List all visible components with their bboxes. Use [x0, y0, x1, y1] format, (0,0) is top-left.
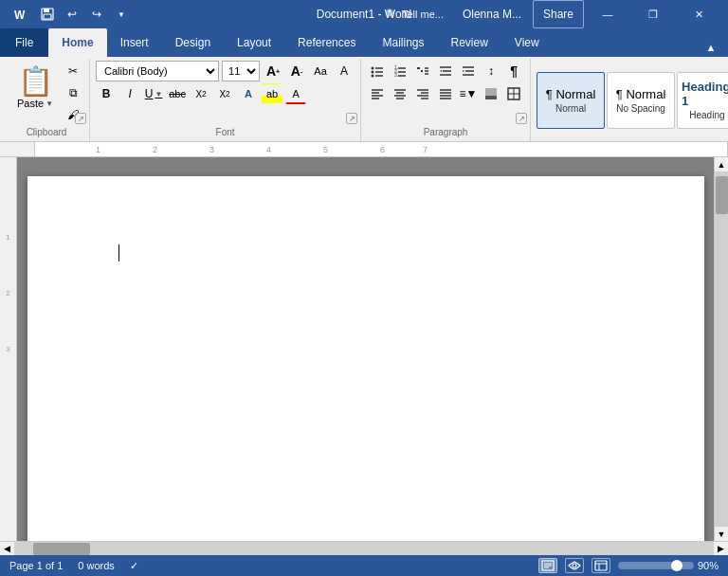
text-effects-button[interactable]: A: [238, 83, 259, 104]
scroll-up-arrow[interactable]: ▲: [715, 157, 729, 171]
customize-quick-access-button[interactable]: ▼: [110, 3, 133, 26]
font-name-select[interactable]: Calibri (Body): [96, 61, 219, 81]
grow-font-button[interactable]: A+: [263, 61, 283, 81]
scroll-thumb[interactable]: [716, 176, 728, 214]
tab-home[interactable]: Home: [48, 28, 106, 57]
numbered-list-button[interactable]: 1.2.3.: [390, 61, 410, 81]
tab-design[interactable]: Design: [162, 28, 224, 57]
subscript-button[interactable]: X2: [191, 83, 211, 104]
save-button[interactable]: [36, 3, 59, 26]
highlight-button[interactable]: ab: [262, 83, 282, 104]
ribbon: 📋 Paste ▼ ✂ ⧉ 🖌 Clipboard ↗ Calibri (Bod…: [0, 57, 728, 142]
align-right-button[interactable]: [412, 83, 433, 104]
ribbon-tabs: File Home Insert Design Layout Reference…: [0, 28, 728, 57]
italic-button[interactable]: I: [119, 83, 140, 104]
zoom-slider[interactable]: [618, 562, 694, 569]
strikethrough-button[interactable]: abc: [167, 83, 188, 104]
scroll-down-arrow[interactable]: ▼: [715, 527, 729, 541]
bullets-button[interactable]: [367, 61, 388, 81]
paragraph-bottom-row: ≡▼: [367, 83, 524, 104]
status-bar: Page 1 of 1 0 words ✓ 90%: [0, 555, 728, 576]
zoom-thumb[interactable]: [671, 560, 682, 571]
user-account[interactable]: Olenna M...: [453, 0, 531, 28]
undo-button[interactable]: ↩: [61, 3, 83, 26]
copy-button[interactable]: ⧉: [63, 82, 83, 103]
paste-dropdown-arrow: ▼: [46, 99, 53, 108]
align-left-button[interactable]: [367, 83, 388, 104]
scroll-left-arrow[interactable]: ◀: [0, 542, 14, 556]
font-size-select[interactable]: 11: [222, 61, 260, 81]
paragraph-top-row: 1.2.3. ↕ ¶: [367, 61, 524, 81]
collapse-ribbon-button[interactable]: ▲: [701, 38, 720, 57]
minimize-button[interactable]: —: [586, 0, 629, 28]
tab-insert[interactable]: Insert: [107, 28, 162, 57]
paragraph-group: 1.2.3. ↕ ¶: [361, 59, 531, 141]
share-button[interactable]: Share: [533, 0, 584, 28]
show-marks-button[interactable]: ¶: [503, 61, 524, 81]
clipboard-expand-button[interactable]: ↗: [75, 113, 86, 124]
heading1-style-label: Heading 1: [689, 110, 728, 120]
font-label: Font: [216, 127, 235, 139]
normal-style-preview: ¶ Normal: [546, 87, 596, 101]
style-heading1[interactable]: Heading 1 Heading 1: [677, 72, 728, 129]
web-layout-view-button[interactable]: [592, 558, 610, 573]
doc-cursor: [118, 244, 613, 264]
svg-rect-3: [44, 9, 49, 12]
shading-button[interactable]: [481, 83, 501, 104]
paragraph-content: 1.2.3. ↕ ¶: [367, 61, 524, 127]
clipboard-label: Clipboard: [27, 127, 67, 139]
borders-button[interactable]: [503, 83, 524, 104]
justify-button[interactable]: [435, 83, 456, 104]
style-normal[interactable]: ¶ Normal Normal: [537, 72, 605, 129]
change-case-button[interactable]: Aa: [310, 61, 331, 81]
tab-review[interactable]: Review: [437, 28, 500, 57]
font-expand-button[interactable]: ↗: [346, 113, 357, 124]
vertical-scrollbar[interactable]: ▲ ▼: [714, 157, 728, 541]
doc-scroll-area[interactable]: [17, 157, 714, 541]
clipboard-content: 📋 Paste ▼ ✂ ⧉ 🖌: [9, 61, 83, 127]
print-layout-view-button[interactable]: [538, 558, 557, 573]
multilevel-list-button[interactable]: [412, 61, 433, 81]
decrease-indent-button[interactable]: [435, 61, 456, 81]
bold-button[interactable]: B: [96, 83, 117, 104]
proofing-check: ✓: [130, 560, 138, 572]
restore-button[interactable]: ❐: [631, 0, 675, 28]
clipboard-group: 📋 Paste ▼ ✂ ⧉ 🖌 Clipboard ↗: [4, 59, 90, 141]
heading1-style-preview: Heading 1: [682, 80, 728, 108]
tab-layout[interactable]: Layout: [224, 28, 284, 57]
underline-button[interactable]: U ▼: [143, 83, 164, 104]
tab-mailings[interactable]: Mailings: [369, 28, 437, 57]
style-no-spacing[interactable]: ¶ Normal No Spacing: [607, 72, 675, 129]
tab-references[interactable]: References: [284, 28, 369, 57]
shrink-font-button[interactable]: A-: [286, 61, 307, 81]
h-scroll-track[interactable]: [14, 542, 714, 555]
paste-button[interactable]: 📋 Paste ▼: [9, 61, 61, 113]
no-spacing-style-preview: ¶ Normal: [616, 87, 666, 101]
tab-view[interactable]: View: [501, 28, 553, 57]
svg-text:W: W: [14, 9, 26, 22]
svg-text:3.: 3.: [394, 72, 398, 78]
cut-button[interactable]: ✂: [63, 61, 83, 81]
clear-formatting-button[interactable]: A: [334, 61, 355, 81]
svg-point-5: [372, 67, 374, 70]
redo-button[interactable]: ↪: [85, 3, 108, 26]
line-spacing-button[interactable]: ≡▼: [458, 83, 479, 104]
sort-button[interactable]: ↕: [481, 61, 501, 81]
close-button[interactable]: ✕: [677, 0, 720, 28]
read-mode-view-button[interactable]: [565, 558, 584, 573]
tab-file[interactable]: File: [0, 28, 48, 57]
superscript-button[interactable]: X2: [214, 83, 235, 104]
svg-rect-18: [421, 70, 423, 72]
scroll-right-arrow[interactable]: ▶: [714, 542, 728, 556]
align-center-button[interactable]: [390, 83, 410, 104]
no-spacing-style-label: No Spacing: [616, 103, 665, 114]
h-scroll-thumb[interactable]: [33, 543, 90, 555]
horizontal-scrollbar[interactable]: ◀ ▶: [0, 541, 728, 555]
paragraph-expand-button[interactable]: ↗: [516, 113, 527, 124]
document-page[interactable]: [27, 176, 704, 541]
scroll-track[interactable]: [715, 171, 728, 527]
font-color-button[interactable]: A: [285, 83, 306, 104]
increase-indent-button[interactable]: [458, 61, 479, 81]
paragraph-label: Paragraph: [424, 127, 468, 139]
svg-rect-47: [485, 96, 497, 99]
